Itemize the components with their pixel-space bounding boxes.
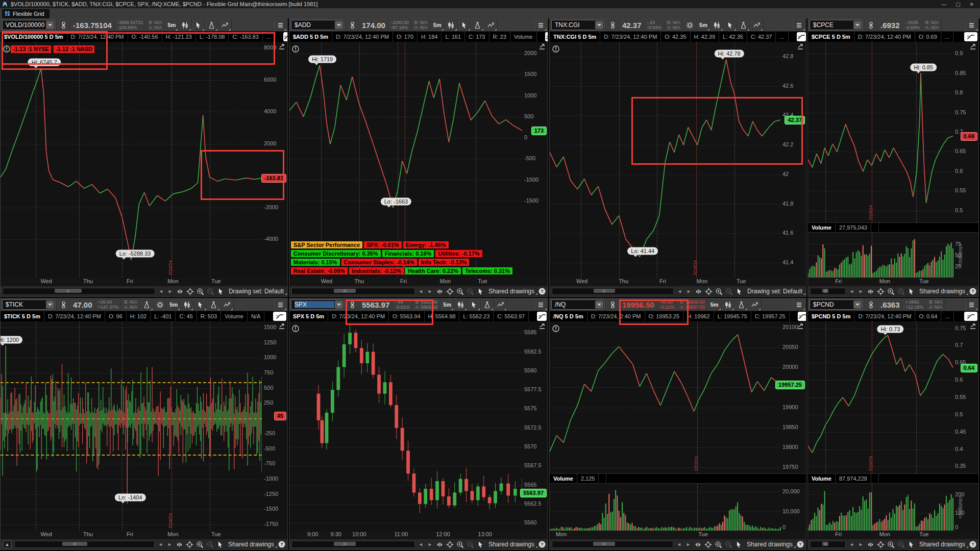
link-icon[interactable] [609, 21, 617, 29]
crosshair-icon[interactable] [704, 541, 712, 548]
maximize-icon[interactable] [969, 43, 976, 52]
drawing-set-label[interactable]: Shared drawings [227, 541, 276, 548]
scrollbar-thumb[interactable] [822, 289, 828, 293]
scroll-right-icon[interactable]: ► [427, 541, 433, 547]
cursor-tool-icon[interactable] [197, 301, 204, 309]
cursor-icon[interactable] [735, 541, 743, 548]
drawing-pattern-icon[interactable] [753, 21, 761, 29]
maximize-button[interactable]: ▢ [955, 2, 960, 7]
scroll-right-icon[interactable]: ► [857, 288, 864, 294]
symbol-dropdown-icon[interactable] [595, 21, 603, 29]
scrollbar-track[interactable] [14, 541, 155, 548]
gear-icon[interactable] [686, 21, 694, 29]
zoom-in-icon[interactable] [456, 288, 464, 295]
maximize-icon[interactable] [797, 43, 804, 52]
zoom-out-icon[interactable] [897, 541, 905, 548]
symbol-input[interactable]: /NQ [551, 299, 604, 310]
help-icon[interactable]: ? [969, 541, 976, 548]
chart-style-button[interactable] [545, 32, 549, 41]
candle-style-icon[interactable] [713, 21, 721, 29]
pan-icon[interactable] [867, 288, 874, 295]
timeframe-button[interactable]: 5m [699, 22, 707, 28]
drawing-set-label[interactable]: Drawing set: Default [227, 288, 285, 295]
list-icon[interactable] [968, 301, 975, 309]
symbol-dropdown-icon[interactable] [335, 300, 343, 309]
symbol-input[interactable]: TNX:CGI [551, 20, 604, 30]
pan-icon[interactable] [436, 541, 444, 548]
volume-area[interactable]: 20,00010,0000 [550, 484, 806, 531]
scrollbar-thumb[interactable] [62, 542, 87, 546]
drawing-set-label[interactable]: Shared drawings [487, 288, 536, 295]
drawing-pattern-icon[interactable] [223, 301, 231, 309]
flask-icon[interactable] [210, 301, 217, 309]
candle-style-icon[interactable] [447, 21, 455, 29]
symbol-dropdown-icon[interactable] [853, 300, 862, 309]
plot-region[interactable]: 7/19/24Hi: 42.78Lo: 41.44! [550, 42, 780, 278]
plot-region[interactable]: 7/19/24Hi: 6745.7Lo: -5288.33!-1.13 :1 N… [1, 42, 262, 278]
timeframe-button[interactable]: 5m [443, 302, 451, 308]
maximize-icon[interactable] [538, 322, 546, 332]
cursor-icon[interactable] [477, 541, 484, 548]
symbol-dropdown-icon[interactable] [335, 21, 343, 29]
symbol-input[interactable]: $CPCE [810, 20, 863, 30]
zoom-out-icon[interactable] [725, 541, 732, 548]
cursor-icon[interactable] [908, 541, 915, 548]
flask-icon[interactable] [740, 21, 747, 29]
scrollbar-track[interactable] [291, 541, 415, 548]
cursor-icon[interactable] [736, 288, 743, 295]
crosshair-icon[interactable] [446, 541, 454, 548]
symbol-dropdown-icon[interactable] [46, 300, 54, 309]
drawing-pattern-icon[interactable] [221, 21, 229, 29]
symbol-dropdown-icon[interactable] [595, 300, 603, 309]
scroll-right-icon[interactable]: ► [685, 541, 692, 547]
maximize-icon[interactable] [278, 322, 285, 332]
scroll-right-icon[interactable]: ► [166, 541, 173, 547]
drawing-set-label[interactable]: Shared drawings [487, 541, 536, 548]
candle-style-icon[interactable] [724, 301, 732, 309]
drawing-set-label[interactable]: Shared drawings [918, 288, 967, 295]
chart-style-button[interactable] [798, 312, 806, 321]
scrollbar-track[interactable] [810, 288, 846, 295]
scrollbar-track[interactable] [552, 541, 673, 548]
symbol-input[interactable]: $PCND [810, 299, 863, 310]
cursor-icon[interactable] [908, 288, 915, 295]
crosshair-icon[interactable] [877, 288, 885, 295]
zoom-in-icon[interactable] [715, 288, 723, 295]
maximize-icon[interactable] [538, 43, 546, 52]
link-icon[interactable] [349, 21, 356, 29]
crosshair-icon[interactable] [186, 541, 193, 548]
cursor-icon[interactable] [217, 288, 225, 295]
link-icon[interactable] [609, 301, 617, 309]
link-icon[interactable] [867, 301, 875, 309]
help-icon[interactable]: ? [278, 541, 285, 548]
scrollbar-thumb[interactable] [594, 289, 616, 293]
list-icon[interactable] [795, 21, 803, 29]
chart-style-button[interactable] [283, 32, 288, 41]
flask-icon[interactable] [208, 21, 215, 29]
link-icon[interactable] [349, 301, 356, 309]
scroll-left-icon[interactable]: ◄ [418, 541, 424, 547]
scroll-left-icon[interactable]: ◄ [158, 288, 164, 294]
scroll-left-icon[interactable]: ◄ [676, 541, 682, 547]
maximize-icon[interactable] [797, 322, 804, 332]
plot-region[interactable]: 7/19/24Hi: 1200Lo: -1404 [1, 321, 262, 531]
scroll-right-icon[interactable]: ► [685, 288, 692, 294]
timeframe-button[interactable]: 5m [169, 302, 178, 308]
flask-icon[interactable] [738, 301, 745, 309]
zoom-in-icon[interactable] [456, 541, 464, 548]
symbol-input[interactable]: $TICK [2, 299, 55, 310]
tab-flexible-grid[interactable]: Flexible Grid [2, 9, 50, 18]
cursor-tool-icon[interactable] [460, 21, 468, 29]
flask-icon[interactable] [483, 301, 491, 309]
pan-icon[interactable] [694, 541, 702, 548]
zoom-in-icon[interactable] [196, 541, 204, 548]
flask-icon[interactable] [474, 21, 481, 29]
scrollbar-track[interactable] [552, 288, 674, 295]
scroll-right-icon[interactable]: ► [427, 288, 433, 294]
plot-region[interactable]: ! [289, 321, 522, 531]
crosshair-icon[interactable] [446, 288, 454, 295]
list-icon[interactable] [277, 21, 284, 29]
scrollbar-track[interactable] [810, 541, 846, 548]
pan-icon[interactable] [176, 288, 184, 295]
cursor-icon[interactable] [216, 541, 224, 548]
